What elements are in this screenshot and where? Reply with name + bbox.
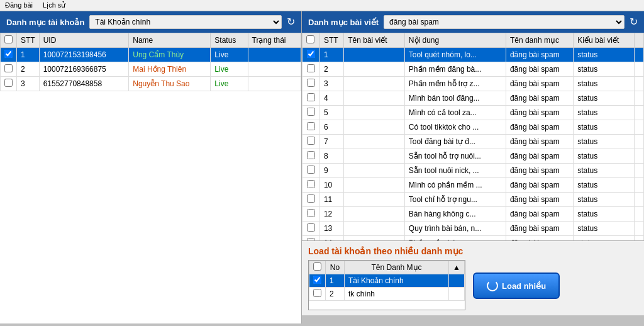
select-all-posts[interactable] bbox=[306, 35, 314, 43]
select-all-accounts[interactable] bbox=[4, 35, 13, 43]
row-ten-bai-viet bbox=[344, 164, 405, 178]
table-row[interactable]: 3 Phần mềm hỗ trợ z... đăng bài spam sta… bbox=[303, 77, 644, 91]
load-title: Load tài khoản theo nhiều danh mục bbox=[308, 246, 638, 256]
row-checkbox[interactable] bbox=[307, 223, 315, 232]
row-checkbox[interactable] bbox=[307, 122, 315, 130]
row-ten-danh-muc: đăng bài spam bbox=[506, 135, 573, 149]
row-checkbox[interactable] bbox=[4, 64, 13, 72]
menu-lich-su[interactable]: Lịch sử bbox=[43, 1, 65, 9]
row-checkbox[interactable] bbox=[307, 79, 315, 87]
row-empty bbox=[634, 106, 643, 120]
row-checkbox[interactable] bbox=[307, 93, 315, 101]
row-ten-danh-muc: đăng bài spam bbox=[506, 77, 573, 91]
row-checkbox[interactable] bbox=[307, 64, 315, 72]
table-row[interactable]: 1 Tool quét nhóm, lo... đăng bài spam st… bbox=[303, 48, 644, 62]
row-empty bbox=[634, 77, 643, 91]
menu-dang-bai[interactable]: Đăng bài bbox=[5, 1, 33, 9]
row-noi-dung: Tool quét nhóm, lo... bbox=[404, 48, 506, 62]
row-kieu-bai-viet: status bbox=[574, 193, 635, 207]
row-checkbox[interactable] bbox=[307, 166, 315, 174]
row-checkbox-cell bbox=[1, 48, 17, 62]
table-row[interactable]: 6 Có tool tikktok cho ... đăng bài spam … bbox=[303, 120, 644, 135]
row-stt: 13 bbox=[319, 222, 343, 236]
row-checkbox[interactable] bbox=[307, 108, 315, 116]
top-menu: Đăng bài Lịch sử bbox=[0, 0, 644, 11]
row-ten-bai-viet bbox=[344, 106, 405, 120]
category-select[interactable]: đăng bài spam bbox=[384, 15, 625, 29]
row-stt: 2 bbox=[17, 62, 40, 77]
row-empty bbox=[634, 149, 643, 164]
row-noi-dung: Sẵn tool hỗ trợ nuôi... bbox=[404, 149, 506, 164]
table-row[interactable]: 2 Phần mềm đăng bà... đăng bài spam stat… bbox=[303, 62, 644, 77]
table-row[interactable]: 7 Tool đăng bài tự đ... đăng bài spam st… bbox=[303, 135, 644, 149]
row-stt: 11 bbox=[319, 193, 343, 207]
row-name: Ung Cẩm Thùy bbox=[129, 48, 211, 62]
table-row[interactable]: 10 Mình có phần mềm ... đăng bài spam st… bbox=[303, 178, 644, 193]
row-checkbox[interactable] bbox=[307, 209, 315, 217]
row-checkbox-cell bbox=[303, 77, 320, 91]
table-row[interactable]: 1 100072153198456 Ung Cẩm Thùy Live bbox=[1, 48, 301, 62]
col-stt-right: STT bbox=[319, 33, 343, 48]
table-row[interactable]: 9 Sẵn tool nuôi nick, ... đăng bài spam … bbox=[303, 164, 644, 178]
row-kieu-bai-viet: status bbox=[574, 48, 635, 62]
row-stt: 3 bbox=[17, 77, 40, 91]
row-ten-danh-muc: đăng bài spam bbox=[506, 222, 573, 236]
row-checkbox[interactable] bbox=[4, 50, 13, 58]
load-row-checkbox[interactable] bbox=[313, 289, 321, 297]
row-ten-danh-muc: đăng bài spam bbox=[506, 48, 573, 62]
row-ten-danh-muc: đăng bài spam bbox=[506, 91, 573, 106]
row-stt: 10 bbox=[319, 178, 343, 193]
row-noi-dung: Mình có cả tool za... bbox=[404, 106, 506, 120]
row-ten-danh-muc: đăng bài spam bbox=[506, 120, 573, 135]
row-uid: 100072153198456 bbox=[39, 48, 129, 62]
load-col-scroll: ▲ bbox=[449, 261, 465, 274]
row-checkbox[interactable] bbox=[307, 194, 315, 203]
row-checkbox[interactable] bbox=[307, 180, 315, 188]
row-checkbox[interactable] bbox=[307, 50, 315, 58]
col-trangthai: Trạng thái bbox=[248, 33, 301, 48]
right-panel: Danh mục bài viết đăng bài spam ↻ STT Tê… bbox=[302, 11, 644, 323]
row-noi-dung: Quy trình bài bán, n... bbox=[404, 222, 506, 236]
row-trangthai bbox=[248, 77, 301, 91]
list-item[interactable]: 1 Tài Khoản chính bbox=[309, 274, 465, 288]
account-select[interactable]: Tài Khoản chính bbox=[89, 15, 282, 29]
row-stt: 7 bbox=[319, 135, 343, 149]
col-status: Status bbox=[211, 33, 248, 48]
row-empty bbox=[634, 164, 643, 178]
left-refresh-button[interactable]: ↻ bbox=[287, 17, 295, 27]
row-checkbox[interactable] bbox=[307, 137, 315, 145]
row-checkbox-cell bbox=[1, 62, 17, 77]
row-checkbox[interactable] bbox=[307, 151, 315, 159]
table-row[interactable]: 5 Mình có cả tool za... đăng bài spam st… bbox=[303, 106, 644, 120]
list-item[interactable]: 2 tk chính bbox=[309, 288, 465, 301]
right-table-container[interactable]: STT Tên bài viết Nội dung Tên danh mục K… bbox=[302, 33, 644, 240]
row-ten-bai-viet bbox=[344, 91, 405, 106]
right-refresh-button[interactable]: ↻ bbox=[630, 17, 638, 27]
row-kieu-bai-viet: status bbox=[574, 77, 635, 91]
load-table-container[interactable]: No Tên Danh Mục ▲ 1 Tài Khoản chính 2 tk… bbox=[308, 260, 465, 310]
row-empty bbox=[634, 222, 643, 236]
table-row[interactable]: 8 Sẵn tool hỗ trợ nuôi... đăng bài spam … bbox=[303, 149, 644, 164]
row-ten-danh-muc: đăng bài spam bbox=[506, 164, 573, 178]
row-uid: 61552770848858 bbox=[39, 77, 129, 91]
row-ten-bai-viet bbox=[344, 149, 405, 164]
table-row[interactable]: 12 Bán hàng không c... đăng bài spam sta… bbox=[303, 207, 644, 222]
load-select-all[interactable] bbox=[313, 262, 321, 271]
row-checkbox[interactable] bbox=[4, 79, 13, 87]
right-header: Danh mục bài viết đăng bài spam ↻ bbox=[302, 11, 644, 33]
table-row[interactable]: 2 100072169366875 Mai Hồng Thiên Live bbox=[1, 62, 301, 77]
col-scroll bbox=[634, 33, 643, 48]
row-empty bbox=[634, 135, 643, 149]
row-noi-dung: Mình bán tool đăng... bbox=[404, 91, 506, 106]
table-row[interactable]: 4 Mình bán tool đăng... đăng bài spam st… bbox=[303, 91, 644, 106]
load-row-no: 2 bbox=[326, 288, 345, 301]
row-empty bbox=[634, 120, 643, 135]
load-row-checkbox[interactable] bbox=[313, 276, 321, 284]
load-nhieu-button[interactable]: Load nhiều bbox=[473, 273, 560, 299]
table-row[interactable]: 3 61552770848858 Nguyễn Thu Sao Live bbox=[1, 77, 301, 91]
row-ten-bai-viet bbox=[344, 193, 405, 207]
table-row[interactable]: 14 Phần mềm kéo me... đăng bài spam stat… bbox=[303, 236, 644, 241]
table-row[interactable]: 13 Quy trình bài bán, n... đăng bài spam… bbox=[303, 222, 644, 236]
left-panel-title: Danh mục tài khoản bbox=[6, 18, 84, 27]
table-row[interactable]: 11 Tool chỉ hỗ trợ ngu... đăng bài spam … bbox=[303, 193, 644, 207]
